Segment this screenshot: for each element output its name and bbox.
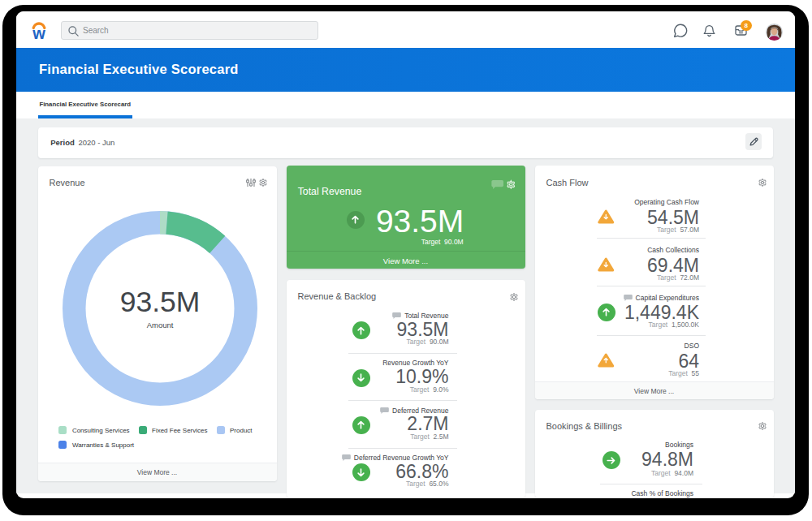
svg-text:w: w (32, 24, 45, 40)
svg-text:Amount: Amount (146, 321, 173, 329)
svg-text:93.5M: 93.5M (119, 286, 200, 318)
